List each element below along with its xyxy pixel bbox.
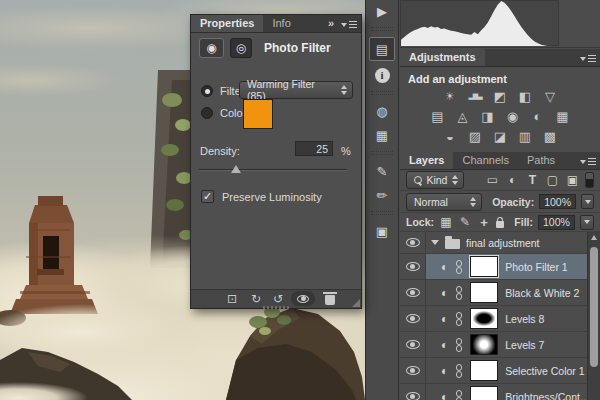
actions-panel-icon[interactable]: ▶ [369,1,395,21]
vibrance-icon[interactable]: ▽ [542,89,558,103]
layer-row[interactable]: ◐ Photo Filter 1 [400,254,587,280]
visibility-toggle[interactable] [400,254,426,279]
color-swatch[interactable] [243,99,273,129]
mask-link-icon[interactable] [455,338,463,352]
visibility-toggle[interactable] [400,306,426,331]
opacity-dropdown-button[interactable] [581,194,594,209]
brightness-contrast-icon[interactable]: ☀ [442,89,458,103]
color-radio[interactable] [201,107,213,119]
layer-row[interactable]: ◐ Brightness/Cont... [400,384,587,400]
filter-image-icon[interactable]: ▭ [485,173,500,187]
panel-menu-icon[interactable] [580,157,596,166]
mask-link-icon[interactable] [455,312,463,326]
layer-row[interactable]: ◐ Levels 7 [400,332,587,358]
mask-link-icon[interactable] [455,390,463,400]
layer-row-group[interactable]: final adjustment [400,232,587,254]
panel-bottom-gripper[interactable] [263,306,289,309]
tab-adjustments[interactable]: Adjustments [400,49,485,66]
density-value[interactable]: 25 [295,141,333,156]
swatches-panel-icon[interactable]: ▦ [369,125,395,145]
filter-type-icon[interactable]: T [525,173,540,187]
color-balance-icon[interactable]: ◬ [455,109,471,123]
dock-gripper[interactable] [371,27,393,31]
density-slider-thumb[interactable] [231,165,241,173]
color-panel-icon[interactable]: ◍ [369,101,395,121]
visibility-toggle[interactable] [400,332,426,357]
layer-row[interactable]: ◐ Levels 8 [400,306,587,332]
visibility-toggle[interactable] [400,232,426,253]
info-panel-icon[interactable]: i [369,65,395,85]
layer-mask-thumbnail[interactable] [470,256,498,277]
fill-value[interactable]: 100% [538,215,575,230]
exposure-icon[interactable]: ◧ [517,89,533,103]
threshold-icon[interactable]: ◪ [492,129,508,143]
layer-mask-thumbnail[interactable] [470,334,498,355]
brush-presets-panel-icon[interactable]: ✎ [369,161,395,181]
panel-menu-icon[interactable] [580,54,596,63]
channel-mixer-icon[interactable]: ◐ [530,109,546,123]
reset-icon[interactable]: ↺ [273,292,283,306]
visibility-toggle[interactable] [400,358,426,383]
filter-toggle[interactable] [585,172,594,188]
clone-source-panel-icon[interactable]: ▣ [369,221,395,241]
mask-link-icon[interactable] [455,364,463,378]
warming-filter-select[interactable]: Warming Filter (85) [239,81,353,99]
layer-mask-thumbnail[interactable] [470,360,498,381]
delete-adjustment-icon[interactable] [325,295,335,305]
color-lookup-icon[interactable]: ▦ [555,109,571,123]
properties-panel-icon[interactable]: ▤ [369,37,395,61]
panel-resize-grip[interactable] [352,299,360,307]
filter-radio[interactable] [201,85,213,97]
view-previous-state-icon[interactable]: ↻ [251,292,261,306]
levels-icon[interactable]: ▂▆▃ [467,89,483,103]
mask-link-icon[interactable] [455,260,463,274]
collapse-to-icons-button[interactable]: » [328,17,333,29]
disclosure-triangle-icon[interactable] [431,240,439,245]
toggle-visibility-button[interactable] [291,291,315,306]
kind-filter-select[interactable]: Kind [406,171,464,189]
adjustment-controls-icon[interactable]: ◉ [199,38,224,58]
filter-adjustment-icon[interactable]: ◐ [505,173,520,187]
curves-icon[interactable]: ◩ [492,89,508,103]
dock-gripper[interactable] [371,91,393,95]
dock-gripper[interactable] [371,211,393,215]
opacity-value[interactable]: 100% [539,194,576,209]
preserve-luminosity-checkbox[interactable]: ✓ [201,190,214,203]
invert-icon[interactable]: ◒ [442,129,458,143]
fill-dropdown-button[interactable] [580,215,594,230]
panel-menu-icon[interactable] [341,20,357,29]
hue-saturation-icon[interactable]: ▤ [430,109,446,123]
layer-row[interactable]: ◐ Black & White 2 [400,280,587,306]
scrollbar-thumb[interactable] [590,247,598,367]
visibility-toggle[interactable] [400,280,426,305]
dock-gripper[interactable] [371,151,393,155]
layer-mask-thumbnail[interactable] [470,308,498,329]
lock-transparency-icon[interactable]: ▦ [439,215,453,229]
brushes-panel-icon[interactable]: ✏ [369,185,395,205]
layers-scrollbar[interactable] [587,232,600,400]
filter-smart-object-icon[interactable]: ▣ [565,173,580,187]
black-white-icon[interactable]: ◨ [480,109,496,123]
blend-mode-select[interactable]: Normal [406,193,482,211]
visibility-toggle[interactable] [400,384,426,400]
tab-properties[interactable]: Properties [191,15,263,32]
masks-icon[interactable]: ◎ [230,38,252,58]
gradient-map-icon[interactable]: ▥ [517,129,533,143]
clip-to-layer-icon[interactable]: ⊡ [227,292,237,306]
layer-mask-thumbnail[interactable] [470,386,498,400]
photo-filter-icon[interactable]: ◉ [505,109,521,123]
layer-mask-thumbnail[interactable] [470,282,498,303]
layer-row[interactable]: ◐ Selective Color 1 [400,358,587,384]
lock-all-icon[interactable] [496,221,504,228]
selective-color-icon[interactable]: ▩ [542,129,558,143]
tab-channels[interactable]: Channels [453,152,517,169]
density-slider-track[interactable] [199,169,347,171]
mask-link-icon[interactable] [455,286,463,300]
lock-position-icon[interactable]: + [477,215,491,230]
lock-pixels-icon[interactable]: ✎ [458,215,472,229]
tab-paths[interactable]: Paths [518,152,564,169]
tab-layers[interactable]: Layers [400,152,453,169]
scroll-up-arrow-icon[interactable] [591,235,597,240]
tab-info[interactable]: Info [263,15,299,32]
posterize-icon[interactable]: ▨ [467,129,483,143]
